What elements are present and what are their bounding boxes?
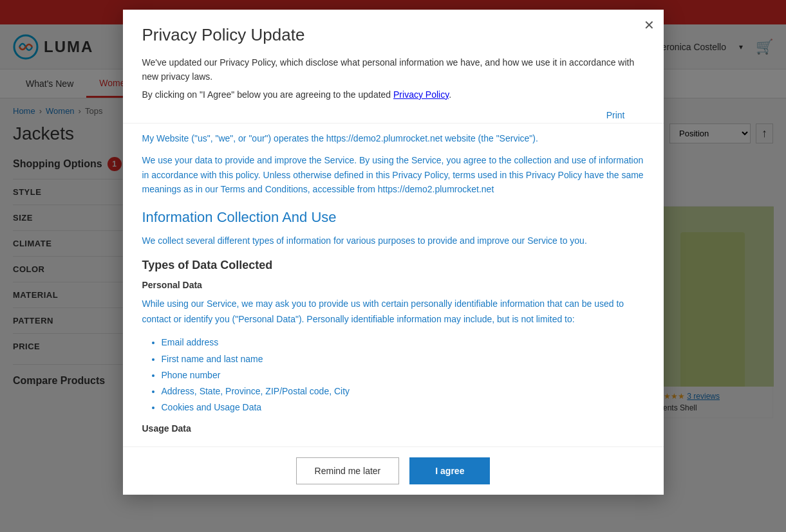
modal-paragraph-2: We use your data to provide and improve … — [142, 153, 644, 196]
modal-overlay: ✕ Privacy Policy Update We've updated ou… — [0, 0, 786, 532]
list-item-phone: Phone number — [162, 367, 644, 383]
personal-data-title: Personal Data — [142, 280, 644, 290]
modal-title: Privacy Policy Update — [142, 25, 644, 45]
modal-header: Privacy Policy Update We've updated our … — [123, 10, 664, 123]
personal-data-text: While using our Service, we may ask you … — [142, 297, 644, 327]
privacy-modal: ✕ Privacy Policy Update We've updated ou… — [123, 10, 664, 495]
list-item-email: Email address — [162, 335, 644, 351]
print-link: Print — [142, 110, 644, 120]
modal-paragraph-1: My Website ("us", "we", or "our") operat… — [142, 131, 644, 145]
section-heading: Information Collection And Use — [142, 209, 644, 226]
modal-agree-line: By clicking on "I Agree" below you are a… — [142, 89, 644, 100]
types-title: Types of Data Collected — [142, 259, 644, 272]
remind-later-button[interactable]: Remind me later — [296, 457, 400, 484]
print-button[interactable]: Print — [606, 110, 625, 120]
usage-data-title: Usage Data — [142, 423, 644, 434]
section-intro: We collect several different types of in… — [142, 234, 644, 248]
modal-footer: Remind me later I agree — [123, 446, 664, 495]
modal-intro-1: We've updated our Privacy Policy, which … — [142, 55, 644, 84]
modal-scroll-area[interactable]: My Website ("us", "we", or "our") operat… — [123, 123, 664, 446]
list-item-name: First name and last name — [162, 351, 644, 367]
list-item-address: Address, State, Province, ZIP/Postal cod… — [162, 383, 644, 399]
personal-data-list: Email address First name and last name P… — [162, 335, 644, 416]
modal-close-button[interactable]: ✕ — [644, 19, 655, 32]
list-item-cookies: Cookies and Usage Data — [162, 399, 644, 416]
privacy-policy-link[interactable]: Privacy Policy — [393, 89, 449, 100]
i-agree-button[interactable]: I agree — [409, 457, 490, 484]
